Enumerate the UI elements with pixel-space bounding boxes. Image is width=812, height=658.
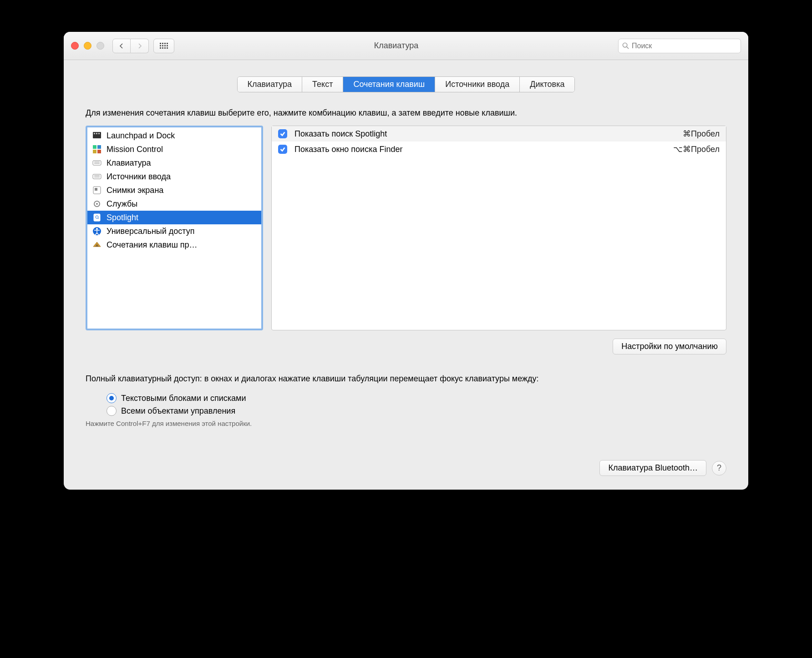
shortcut-keys: ⌥⌘Пробел xyxy=(673,144,720,154)
category-item[interactable]: Клавиатура xyxy=(87,156,261,170)
svg-rect-10 xyxy=(93,161,101,165)
category-item[interactable]: Mission Control xyxy=(87,142,261,156)
radio-group: Текстовыми блоками и спискамиВсеми объек… xyxy=(107,393,726,416)
gear-icon xyxy=(92,199,102,209)
svg-rect-17 xyxy=(95,188,97,191)
grid-icon xyxy=(160,43,168,49)
tab-текст[interactable]: Текст xyxy=(302,77,343,92)
minimize-window-button[interactable] xyxy=(84,42,91,50)
category-list[interactable]: Launchpad и DockMission ControlКлавиатур… xyxy=(86,126,263,330)
svg-rect-5 xyxy=(98,133,100,134)
svg-rect-13 xyxy=(93,174,101,179)
search-box[interactable] xyxy=(618,39,741,53)
keyboard-icon xyxy=(92,172,102,182)
category-label: Универсальный доступ xyxy=(107,227,195,236)
category-label: Launchpad и Dock xyxy=(107,131,175,141)
shortcut-keys: ⌘Пробел xyxy=(683,129,720,139)
category-item[interactable]: Службы xyxy=(87,197,261,211)
category-label: Службы xyxy=(107,199,137,209)
category-label: Снимки экрана xyxy=(107,186,163,195)
category-label: Клавиатура xyxy=(107,158,151,168)
instruction-text: Для изменения сочетания клавиш выберите … xyxy=(86,107,726,119)
radio-label: Всеми объектами управления xyxy=(121,406,235,416)
shortcut-checkbox[interactable] xyxy=(278,129,287,138)
close-window-button[interactable] xyxy=(71,42,79,50)
titlebar: Клавиатура xyxy=(64,32,748,60)
category-label: Mission Control xyxy=(107,145,163,154)
forward-button[interactable] xyxy=(131,39,149,53)
tab-источники-ввода[interactable]: Источники ввода xyxy=(435,77,520,92)
radio-label: Текстовыми блоками и списками xyxy=(121,394,246,403)
svg-point-24 xyxy=(96,228,98,230)
shortcut-checkbox[interactable] xyxy=(278,145,287,154)
svg-point-0 xyxy=(623,43,627,47)
category-label: Сочетания клавиш пр… xyxy=(107,240,198,250)
category-item[interactable]: Spotlight xyxy=(87,211,261,224)
radio-option[interactable]: Всеми объектами управления xyxy=(107,406,726,416)
svg-point-19 xyxy=(96,203,98,205)
category-item[interactable]: Сочетания клавиш пр… xyxy=(87,238,261,252)
panels: Launchpad и DockMission ControlКлавиатур… xyxy=(86,126,726,330)
shortcut-row[interactable]: Показать поиск Spotlight⌘Пробел xyxy=(272,126,726,142)
spotlight-icon xyxy=(92,213,102,223)
search-icon xyxy=(622,42,629,49)
keyboard-hint: Нажмите Control+F7 для изменения этой на… xyxy=(86,420,726,427)
tab-клавиатура[interactable]: Клавиатура xyxy=(238,77,303,92)
svg-rect-9 xyxy=(97,150,101,153)
svg-line-1 xyxy=(627,47,629,49)
svg-rect-4 xyxy=(96,133,97,134)
tabs: КлавиатураТекстСочетания клавишИсточники… xyxy=(86,76,726,92)
category-label: Источники ввода xyxy=(107,172,171,182)
window-controls xyxy=(71,42,104,50)
help-button[interactable]: ? xyxy=(712,461,726,476)
category-item[interactable]: Launchpad и Dock xyxy=(87,129,261,142)
mission-icon xyxy=(92,144,102,154)
restore-defaults-button[interactable]: Настройки по умолчанию xyxy=(613,339,726,354)
shortcut-row[interactable]: Показать окно поиска Finder⌥⌘Пробел xyxy=(272,142,726,157)
keyboard-icon xyxy=(92,158,102,168)
preferences-window: Клавиатура КлавиатураТекстСочетания клав… xyxy=(64,32,748,490)
content: КлавиатураТекстСочетания клавишИсточники… xyxy=(64,76,748,490)
category-item[interactable]: Универсальный доступ xyxy=(87,224,261,238)
radio-button[interactable] xyxy=(107,393,117,403)
show-all-button[interactable] xyxy=(153,39,174,53)
radio-option[interactable]: Текстовыми блоками и списками xyxy=(107,393,726,403)
tab-диктовка[interactable]: Диктовка xyxy=(520,77,574,92)
category-item[interactable]: Источники ввода xyxy=(87,170,261,183)
zoom-window-button xyxy=(96,42,104,50)
apps-icon xyxy=(92,240,102,250)
svg-rect-8 xyxy=(93,150,96,153)
category-label: Spotlight xyxy=(107,213,138,223)
shortcut-label: Показать поиск Spotlight xyxy=(294,129,675,139)
shortcut-label: Показать окно поиска Finder xyxy=(294,145,666,154)
category-item[interactable]: Снимки экрана xyxy=(87,183,261,197)
shortcut-list[interactable]: Показать поиск Spotlight⌘ПробелПоказать … xyxy=(271,126,726,330)
bluetooth-keyboard-button[interactable]: Клавиатура Bluetooth… xyxy=(599,460,706,476)
nav-buttons xyxy=(112,39,149,53)
launchpad-icon xyxy=(92,131,102,141)
svg-rect-6 xyxy=(93,145,96,149)
screenshot-icon xyxy=(92,185,102,195)
back-button[interactable] xyxy=(112,39,131,53)
full-keyboard-access-desc: Полный клавиатурный доступ: в окнах и ди… xyxy=(86,373,726,385)
svg-rect-20 xyxy=(94,214,100,221)
accessibility-icon xyxy=(92,226,102,236)
svg-rect-3 xyxy=(94,133,95,134)
search-input[interactable] xyxy=(632,42,737,50)
tab-сочетания-клавиш[interactable]: Сочетания клавиш xyxy=(343,77,435,92)
radio-button[interactable] xyxy=(107,406,117,416)
window-title: Клавиатура xyxy=(174,41,618,51)
svg-rect-7 xyxy=(97,145,101,149)
